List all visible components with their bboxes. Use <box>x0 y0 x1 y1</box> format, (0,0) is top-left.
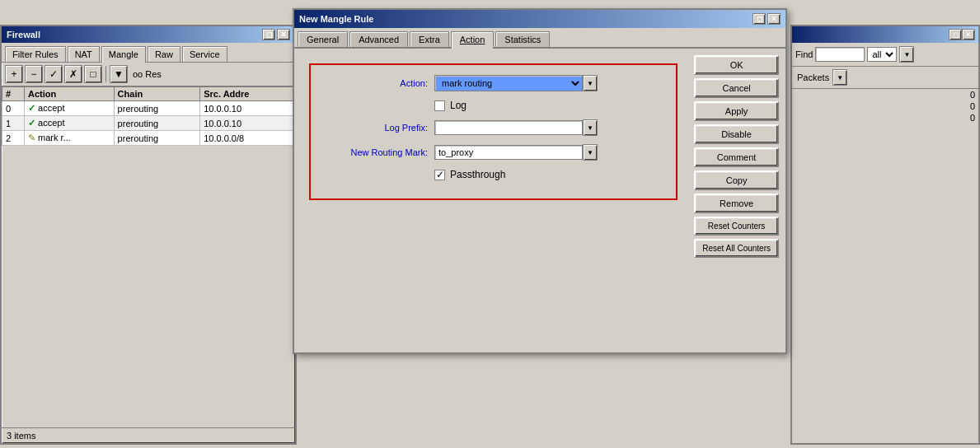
packets-dropdown-btn[interactable]: ▼ <box>832 69 847 86</box>
passthrough-checkbox[interactable]: ✓ <box>434 170 445 180</box>
passthrough-label: Passthrough <box>450 169 505 180</box>
cell-src: 10.0.0.10 <box>200 116 295 131</box>
mangle-dialog: New Mangle Rule ◻ ✕ General Advanced Ext… <box>293 8 787 354</box>
enable-btn[interactable]: ✓ <box>45 65 63 83</box>
status-text: 3 items <box>7 431 35 441</box>
toolbar-text: oo Res <box>129 68 165 81</box>
firewall-tabs: Filter Rules NAT Mangle Raw Service <box>2 43 295 63</box>
table-row[interactable]: 2 ✎ mark r... prerouting 10.0.0.0/8 <box>2 131 295 146</box>
tab-general[interactable]: General <box>298 31 348 47</box>
find-bar: Find all ▼ <box>792 43 978 67</box>
cancel-button[interactable]: Cancel <box>694 78 779 98</box>
tab-extra[interactable]: Extra <box>410 31 449 47</box>
firewall-statusbar: 3 items <box>2 427 295 443</box>
routing-mark-input[interactable] <box>434 145 583 160</box>
col-chain: Chain <box>114 87 200 101</box>
firewall-window: Firewall ◻ ✕ Filter Rules NAT Mangle Raw… <box>0 25 297 445</box>
reset-counters-button[interactable]: Reset Counters <box>694 217 779 236</box>
comment-button[interactable]: Comment <box>694 147 779 167</box>
action-panel: Action: mark routing ▼ Log Log Prefix: ▼ <box>309 63 678 200</box>
mangle-table: # Action Chain Src. Addre 0 ✓ accept pre… <box>2 86 295 146</box>
firewall-close-btn[interactable]: ✕ <box>277 29 290 40</box>
col-src: Src. Addre <box>200 87 295 101</box>
log-prefix-row: Log Prefix: ▼ <box>327 119 659 136</box>
firewall-restore-btn[interactable]: ◻ <box>262 29 275 40</box>
log-checkbox[interactable] <box>434 100 445 111</box>
disable-button[interactable]: Disable <box>694 124 779 144</box>
tab-statistics[interactable]: Statistics <box>495 31 550 47</box>
cell-num: 2 <box>2 131 25 146</box>
right-panel: ◻ ✕ Find all ▼ Packets ▼ 0 0 0 <box>790 25 980 445</box>
table-row[interactable]: 0 ✓ accept prerouting 10.0.0.10 <box>2 101 295 116</box>
log-row: Log <box>327 100 659 111</box>
packets-label: Packets <box>797 72 829 82</box>
log-label: Log <box>450 100 467 111</box>
find-label: Find <box>795 49 813 59</box>
filter-btn[interactable]: ▼ <box>110 65 128 83</box>
find-input[interactable] <box>815 47 865 62</box>
stat-value-1: 0 <box>970 90 975 100</box>
tab-mangle[interactable]: Mangle <box>101 46 146 63</box>
tab-raw[interactable]: Raw <box>148 46 181 62</box>
col-num: # <box>2 87 25 101</box>
tab-filter-rules[interactable]: Filter Rules <box>5 46 66 62</box>
passthrough-row: ✓ Passthrough <box>327 169 659 180</box>
firewall-title: Firewall <box>7 30 40 40</box>
tab-advanced[interactable]: Advanced <box>349 31 408 47</box>
firewall-win-controls: ◻ ✕ <box>262 29 290 40</box>
mangle-restore-btn[interactable]: ◻ <box>753 13 766 25</box>
log-prefix-label: Log Prefix: <box>327 123 434 133</box>
remove-button[interactable]: Remove <box>694 194 779 213</box>
mangle-title: New Mangle Rule <box>299 14 373 24</box>
add-btn[interactable]: + <box>5 65 23 83</box>
apply-button[interactable]: Apply <box>694 101 779 121</box>
filter-dropdown-btn[interactable]: ▼ <box>899 46 914 63</box>
stat-row-3: 0 <box>792 112 978 124</box>
tab-action[interactable]: Action <box>451 31 495 49</box>
stats-area: 0 0 0 <box>792 89 978 124</box>
stat-value-2: 0 <box>970 101 975 111</box>
routing-mark-label: New Routing Mark: <box>327 147 434 157</box>
copy-btn[interactable]: □ <box>84 65 102 83</box>
right-restore-btn[interactable]: ◻ <box>949 29 962 40</box>
cell-action: ✎ mark r... <box>25 131 115 146</box>
cell-num: 0 <box>2 101 25 116</box>
mangle-close-btn[interactable]: ✕ <box>767 13 781 25</box>
mangle-titlebar: New Mangle Rule ◻ ✕ <box>294 10 785 28</box>
col-action: Action <box>25 87 115 101</box>
table-row[interactable]: 1 ✓ accept prerouting 10.0.0.10 <box>2 116 295 131</box>
stat-value-3: 0 <box>970 113 975 123</box>
action-label: Action: <box>327 78 434 88</box>
cell-src: 10.0.0.10 <box>200 101 295 116</box>
firewall-titlebar: Firewall ◻ ✕ <box>2 26 295 43</box>
remove-btn[interactable]: − <box>25 65 43 83</box>
stat-row-1: 0 <box>792 89 978 100</box>
disable-btn[interactable]: ✗ <box>64 65 82 83</box>
toolbar-separator <box>106 66 106 82</box>
cell-chain: prerouting <box>114 116 200 131</box>
action-row: Action: mark routing ▼ <box>327 75 659 91</box>
firewall-toolbar: + − ✓ ✗ □ ▼ oo Res <box>2 63 295 86</box>
right-close-btn[interactable]: ✕ <box>962 29 975 40</box>
log-prefix-dropdown-btn[interactable]: ▼ <box>583 119 598 136</box>
cell-num: 1 <box>2 116 25 131</box>
cell-chain: prerouting <box>114 101 200 116</box>
packets-row: Packets ▼ <box>792 67 978 89</box>
copy-button[interactable]: Copy <box>694 170 779 190</box>
stat-row-2: 0 <box>792 100 978 112</box>
cell-action: ✓ accept <box>25 101 115 116</box>
log-prefix-input[interactable] <box>434 120 583 135</box>
routing-mark-row: New Routing Mark: ▼ <box>327 144 659 161</box>
ok-button[interactable]: OK <box>694 55 779 75</box>
cell-src: 10.0.0.0/8 <box>200 131 295 146</box>
cell-action: ✓ accept <box>25 116 115 131</box>
filter-select[interactable]: all <box>867 47 897 62</box>
mangle-tabs: General Advanced Extra Action Statistics <box>294 28 785 49</box>
tab-service[interactable]: Service <box>182 46 227 62</box>
action-dropdown-btn[interactable]: ▼ <box>583 75 598 91</box>
tab-nat[interactable]: NAT <box>68 46 100 62</box>
mangle-win-controls: ◻ ✕ <box>753 13 781 25</box>
routing-mark-dropdown-btn[interactable]: ▼ <box>583 144 598 161</box>
reset-all-counters-button[interactable]: Reset All Counters <box>694 239 779 258</box>
action-select[interactable]: mark routing <box>434 75 583 91</box>
